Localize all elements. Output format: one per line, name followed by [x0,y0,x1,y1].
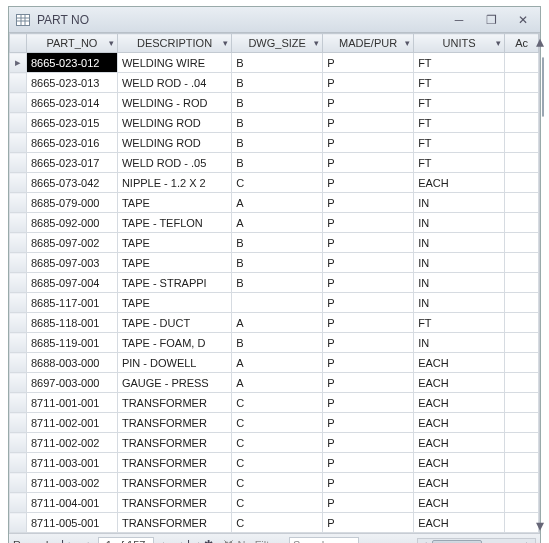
cell[interactable]: P [323,233,414,253]
cell[interactable]: TAPE [117,293,231,313]
cell[interactable]: B [232,333,323,353]
cell[interactable]: P [323,413,414,433]
cell[interactable]: TAPE [117,253,231,273]
table-row[interactable]: 8688-003-000PIN - DOWELLAPEACH [10,353,539,373]
row-selector[interactable] [10,73,27,93]
cell[interactable]: IN [414,233,505,253]
cell[interactable]: IN [414,253,505,273]
cell[interactable] [505,353,539,373]
cell[interactable]: EACH [414,413,505,433]
cell[interactable]: P [323,333,414,353]
table-row[interactable]: 8685-079-000TAPEAPIN [10,193,539,213]
cell[interactable]: 8711-003-002 [26,473,117,493]
cell[interactable]: TAPE [117,193,231,213]
cell[interactable]: C [232,173,323,193]
table-row[interactable]: 8711-005-001TRANSFORMERCPEACH [10,513,539,533]
table-row[interactable]: 8685-118-001TAPE - DUCTAPFT [10,313,539,333]
scroll-right-arrow-icon[interactable]: ▸ [523,539,535,544]
table-row[interactable]: 8711-001-001TRANSFORMERCPEACH [10,393,539,413]
cell[interactable]: 8665-023-017 [26,153,117,173]
cell[interactable]: FT [414,113,505,133]
cell[interactable]: P [323,513,414,533]
cell[interactable]: FT [414,153,505,173]
cell[interactable] [505,73,539,93]
cell[interactable]: 8711-004-001 [26,493,117,513]
cell[interactable]: C [232,513,323,533]
cell[interactable]: B [232,73,323,93]
cell[interactable]: WELDING ROD [117,133,231,153]
cell[interactable]: 8685-097-003 [26,253,117,273]
cell[interactable] [505,413,539,433]
cell[interactable] [505,133,539,153]
cell[interactable]: P [323,353,414,373]
table-row[interactable]: 8697-003-000GAUGE - PRESSAPEACH [10,373,539,393]
table-row[interactable]: 8711-004-001TRANSFORMERCPEACH [10,493,539,513]
search-input[interactable] [289,537,359,544]
cell[interactable] [505,273,539,293]
cell[interactable]: FT [414,53,505,73]
chevron-down-icon[interactable]: ▾ [223,38,228,48]
table-row[interactable]: 8665-023-017WELD ROD - .05BPFT [10,153,539,173]
cell[interactable]: P [323,453,414,473]
minimize-button[interactable]: ─ [448,12,470,28]
cell[interactable]: TRANSFORMER [117,393,231,413]
cell[interactable] [505,193,539,213]
cell[interactable]: C [232,493,323,513]
table-row[interactable]: 8711-003-002TRANSFORMERCPEACH [10,473,539,493]
cell[interactable] [232,293,323,313]
cell[interactable]: WELDING ROD [117,113,231,133]
cell[interactable]: EACH [414,513,505,533]
cell[interactable]: A [232,353,323,373]
row-selector[interactable] [10,153,27,173]
cell[interactable]: GAUGE - PRESS [117,373,231,393]
cell[interactable]: EACH [414,353,505,373]
cell[interactable]: TRANSFORMER [117,493,231,513]
datasheet-grid[interactable]: PART_NO▾ DESCRIPTION▾ DWG_SIZE▾ MADE/PUR… [9,33,539,533]
horizontal-scrollbar[interactable]: ◂ ▸ [417,538,536,544]
cell[interactable]: 8685-097-004 [26,273,117,293]
row-selector[interactable] [10,193,27,213]
cell[interactable]: WELDING - ROD [117,93,231,113]
table-row[interactable]: 8665-023-015WELDING RODBPFT [10,113,539,133]
cell[interactable] [505,53,539,73]
col-dwg-size[interactable]: DWG_SIZE▾ [232,34,323,53]
cell[interactable]: A [232,193,323,213]
table-row[interactable]: 8665-023-016WELDING RODBPFT [10,133,539,153]
cell[interactable]: NIPPLE - 1.2 X 2 [117,173,231,193]
cell[interactable]: A [232,213,323,233]
cell[interactable]: TRANSFORMER [117,433,231,453]
cell[interactable]: P [323,253,414,273]
cell[interactable]: TAPE - FOAM, D [117,333,231,353]
cell[interactable] [505,513,539,533]
col-part-no[interactable]: PART_NO▾ [26,34,117,53]
cell[interactable]: EACH [414,173,505,193]
cell[interactable]: 8685-117-001 [26,293,117,313]
cell[interactable]: B [232,153,323,173]
cell[interactable] [505,293,539,313]
cell[interactable]: P [323,293,414,313]
table-row[interactable]: 8665-023-014WELDING - RODBPFT [10,93,539,113]
col-units[interactable]: UNITS▾ [414,34,505,53]
cell[interactable] [505,453,539,473]
cell[interactable]: TRANSFORMER [117,413,231,433]
cell[interactable]: IN [414,273,505,293]
cell[interactable]: IN [414,293,505,313]
table-row[interactable]: ▸8665-023-012WELDING WIREBPFT [10,53,539,73]
table-row[interactable]: 8685-119-001TAPE - FOAM, DBPIN [10,333,539,353]
cell[interactable]: EACH [414,433,505,453]
cell[interactable]: 8665-023-012 [26,53,117,73]
cell[interactable]: FT [414,313,505,333]
col-made-pur[interactable]: MADE/PUR▾ [323,34,414,53]
cell[interactable]: PIN - DOWELL [117,353,231,373]
cell[interactable]: 8665-073-042 [26,173,117,193]
cell[interactable]: P [323,493,414,513]
cell[interactable] [505,173,539,193]
row-selector[interactable] [10,373,27,393]
select-all-header[interactable] [10,34,27,53]
cell[interactable] [505,473,539,493]
cell[interactable]: EACH [414,493,505,513]
cell[interactable]: IN [414,213,505,233]
cell[interactable]: EACH [414,453,505,473]
table-row[interactable]: 8685-092-000TAPE - TEFLONAPIN [10,213,539,233]
cell[interactable]: EACH [414,373,505,393]
